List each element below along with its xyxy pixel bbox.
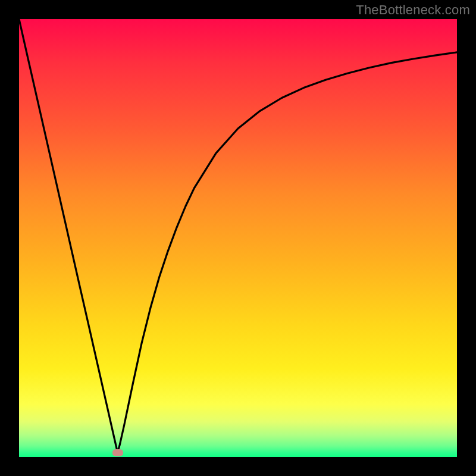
- plot-area: [19, 19, 457, 457]
- curve-line: [19, 19, 457, 457]
- watermark-text: TheBottleneck.com: [356, 2, 470, 18]
- chart-frame: TheBottleneck.com: [0, 0, 476, 476]
- threshold-marker: [112, 449, 123, 456]
